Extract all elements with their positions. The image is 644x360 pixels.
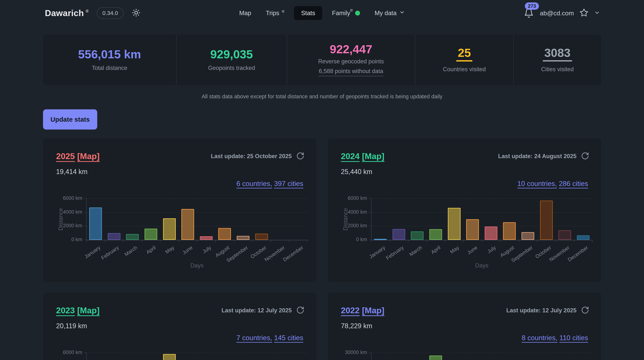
stat-countries-visited: 25 Countries visited: [415, 34, 513, 85]
year-card-2023: 2023 [Map] Last update: 12 July 2025 20,…: [43, 293, 316, 360]
bar-january: [374, 239, 387, 240]
x-category-label: January: [84, 245, 102, 260]
family-online-dot: [355, 11, 360, 15]
x-tick-mark: [408, 240, 408, 242]
bar-march: [411, 231, 424, 240]
app-logo[interactable]: Dawarichα: [45, 8, 88, 18]
dawarich-stats-page: Dawarichα 0.34.0 Map Tripsα Stats Family…: [0, 0, 644, 360]
x-category-label: August: [499, 245, 516, 259]
y-tick-label: 6000 km: [43, 350, 82, 355]
x-category-label: February: [385, 245, 405, 261]
stat-value[interactable]: 3083: [543, 47, 572, 61]
x-tick-mark: [390, 240, 390, 242]
nav-item-family[interactable]: Familyα: [327, 6, 365, 20]
y-tick-label: 0 km: [43, 237, 82, 242]
y-tick-label: 6000 km: [43, 195, 82, 201]
gridline: [371, 212, 592, 213]
x-category-label: June: [182, 245, 194, 256]
y-tick-mark: [84, 198, 86, 199]
stat-label: Geopoints tracked: [208, 65, 255, 71]
x-category-label: August: [214, 245, 231, 259]
bar-february: [392, 229, 405, 240]
bar-may: [448, 208, 460, 240]
nav-item-my-data[interactable]: My data: [370, 6, 410, 20]
gridline: [86, 212, 308, 213]
stats-summary-row: 556,015 km Total distance 929,035 Geopoi…: [43, 34, 601, 85]
monthly-distance-chart: 6000 kmJanuaryFebruaryMarchAprilMayJuneJ…: [43, 293, 316, 360]
bar-march: [126, 234, 139, 240]
star-icon[interactable]: [580, 8, 588, 18]
bar-january: [89, 207, 102, 240]
y-axis-line: [86, 353, 87, 360]
bar-june: [182, 209, 194, 240]
x-category-label: January: [368, 245, 386, 260]
bar-july: [200, 236, 212, 240]
x-tick-mark: [308, 240, 308, 242]
stat-cities-visited: 3083 Cities visited: [513, 34, 601, 85]
x-category-label: April: [430, 245, 442, 255]
bar-october: [255, 234, 268, 240]
bar-august: [503, 222, 516, 240]
navbar: Dawarichα 0.34.0 Map Tripsα Stats Family…: [0, 0, 644, 26]
x-tick-mark: [482, 240, 482, 242]
alpha-superscript: α: [86, 8, 89, 13]
stat-reverse-geocoded: 922,447 Reverse geocoded points 6,588 po…: [287, 34, 415, 85]
x-tick-mark: [426, 240, 427, 242]
nav-item-stats[interactable]: Stats: [294, 6, 322, 20]
year-card-2024: 2024 [Map] Last update: 24 August 2025 2…: [328, 138, 601, 282]
version-badge: 0.34.0: [97, 7, 124, 19]
stat-value: 929,035: [210, 48, 253, 60]
y-tick-mark: [369, 226, 371, 226]
update-stats-button[interactable]: Update stats: [43, 109, 97, 129]
x-category-label: June: [466, 245, 478, 256]
y-tick-mark: [369, 212, 371, 213]
bar-november: [558, 230, 571, 240]
y-tick-label: 0 km: [328, 237, 367, 242]
x-category-label: March: [124, 245, 138, 257]
alpha-superscript: α: [282, 9, 284, 14]
x-tick-mark: [197, 240, 198, 242]
x-tick-mark: [160, 240, 160, 242]
x-category-label: April: [145, 245, 157, 255]
y-axis-title: Distance: [342, 208, 349, 231]
stat-geopoints-tracked: 929,035 Geopoints tracked: [176, 34, 287, 85]
x-tick-mark: [123, 240, 124, 242]
gridline: [86, 226, 308, 226]
y-axis-line: [86, 199, 87, 240]
y-tick-mark: [84, 353, 86, 353]
nav-item-trips[interactable]: Tripsα: [261, 6, 289, 20]
year-card-2022: 2022 [Map] Last update: 12 July 2025 78,…: [328, 293, 601, 360]
gridline: [371, 353, 592, 353]
bar-september: [522, 232, 534, 240]
points-without-data[interactable]: 6,588 points without data: [319, 68, 383, 76]
x-tick-mark: [592, 240, 593, 242]
y-tick-mark: [369, 198, 371, 199]
y-tick-mark: [84, 240, 86, 240]
bar-april: [429, 229, 442, 240]
x-tick-mark: [500, 240, 500, 242]
y-axis-title: Distance: [58, 208, 64, 231]
stat-value[interactable]: 25: [456, 47, 472, 61]
x-tick-mark: [216, 240, 216, 242]
x-tick-mark: [371, 240, 372, 242]
x-tick-mark: [463, 240, 464, 242]
x-category-label: July: [486, 245, 497, 255]
bar-april: [144, 229, 157, 240]
x-tick-mark: [445, 240, 445, 242]
bar-april: [429, 356, 442, 360]
account-chevron-down-icon[interactable]: [594, 10, 600, 16]
user-email[interactable]: ab@cd.com: [540, 9, 574, 17]
x-axis-title: Days: [475, 262, 488, 269]
x-tick-mark: [142, 240, 142, 242]
x-category-label: February: [100, 245, 120, 261]
x-category-label: May: [449, 245, 460, 255]
x-tick-mark: [537, 240, 538, 242]
x-category-label: July: [202, 245, 212, 255]
notifications-button[interactable]: 273: [524, 8, 534, 18]
y-axis-line: [371, 353, 372, 360]
gridline: [86, 199, 308, 199]
theme-toggle-sun-icon[interactable]: [132, 8, 140, 18]
nav-item-map[interactable]: Map: [234, 6, 256, 20]
chevron-down-icon: [399, 9, 405, 17]
bar-december: [577, 235, 590, 240]
